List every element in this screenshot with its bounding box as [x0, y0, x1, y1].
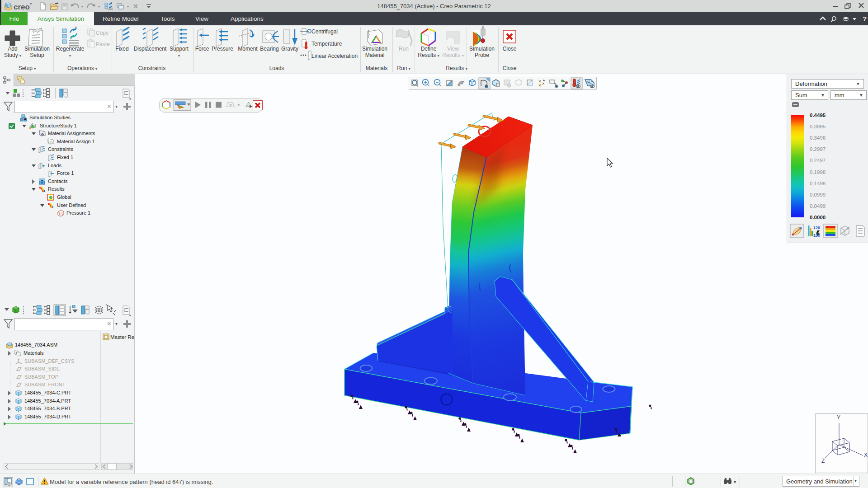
svg-text:120: 120 — [813, 225, 820, 230]
svg-text:X: X — [864, 452, 868, 458]
svg-text:?: ? — [863, 15, 867, 23]
svg-text:Z: Z — [821, 458, 825, 464]
svg-text:Y: Y — [837, 414, 840, 421]
